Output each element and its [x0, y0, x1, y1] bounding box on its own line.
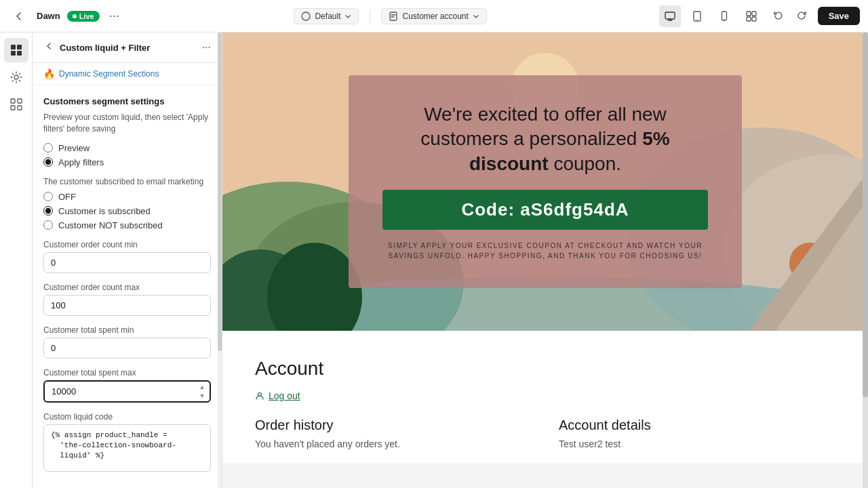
- sidebar-more-button[interactable]: ···: [202, 41, 211, 54]
- radio-not-subscribed[interactable]: Customer NOT subscribed: [43, 220, 211, 230]
- svg-point-0: [302, 12, 310, 20]
- email-section: The customer subscribed to email marketi…: [43, 177, 211, 230]
- radio-apply-label: Apply filters: [58, 157, 104, 167]
- hero-section: We're excited to offer all new customers…: [222, 33, 868, 331]
- radio-apply-input[interactable]: [43, 157, 53, 167]
- icon-bar: [0, 33, 33, 488]
- svg-rect-12: [17, 45, 22, 49]
- svg-rect-7: [747, 12, 751, 16]
- order-count-max-input[interactable]: [43, 295, 211, 316]
- logout-link[interactable]: Log out: [255, 390, 835, 401]
- tablet-view-button[interactable]: [686, 5, 708, 27]
- radio-preview-label: Preview: [58, 143, 90, 153]
- live-label: Live: [79, 12, 94, 20]
- back-button[interactable]: [8, 5, 30, 27]
- page-dropdown[interactable]: Customer account: [381, 8, 486, 24]
- hero-overlay: We're excited to offer all new customers…: [222, 33, 868, 331]
- svg-rect-9: [747, 17, 751, 21]
- radio-off-label: OFF: [58, 192, 76, 202]
- apps-icon[interactable]: [4, 92, 28, 117]
- svg-rect-10: [752, 17, 756, 21]
- radio-not-subscribed-input[interactable]: [43, 220, 53, 230]
- undo-button[interactable]: [768, 5, 789, 27]
- radio-subscribed[interactable]: Customer is subscribed: [43, 206, 211, 216]
- radio-preview-input[interactable]: [43, 143, 53, 152]
- store-name: Dawn: [37, 11, 60, 21]
- sidebar-scroll-thumb: [218, 33, 222, 351]
- custom-view-button[interactable]: [741, 5, 762, 27]
- section-desc: Preview your custom liquid, then select …: [43, 112, 211, 135]
- promo-card: We're excited to offer all new customers…: [349, 75, 742, 288]
- svg-point-6: [724, 18, 724, 19]
- radio-off[interactable]: OFF: [43, 192, 211, 202]
- breadcrumb: 🔥 Dynamic Segment Sections: [33, 63, 222, 85]
- settings-icon[interactable]: [4, 65, 28, 89]
- redo-button[interactable]: [791, 5, 812, 27]
- promo-sub: SIMPLY APPLY YOUR EXCLUSIVE COUPON AT CH…: [382, 241, 708, 261]
- promo-line2: customers a personalized: [420, 128, 637, 149]
- svg-rect-2: [665, 12, 675, 19]
- total-spent-max-label: Customer total spent max: [43, 368, 211, 378]
- total-spent-min-input[interactable]: [43, 338, 211, 359]
- account-details-col: Account details Test user2 test: [559, 418, 835, 449]
- page-name: Customer account: [402, 12, 468, 21]
- svg-rect-13: [11, 51, 16, 56]
- store-more-button[interactable]: ···: [106, 6, 122, 26]
- svg-point-4: [696, 19, 697, 20]
- radio-off-input[interactable]: [43, 192, 53, 201]
- mobile-view-button[interactable]: [713, 5, 735, 27]
- order-count-max-label: Customer order count max: [43, 283, 211, 292]
- order-count-min-group: Customer order count min: [43, 240, 211, 273]
- promo-bold: 5%: [642, 128, 669, 149]
- save-button[interactable]: Save: [818, 7, 860, 25]
- preview-inner: We're excited to offer all new customers…: [222, 33, 868, 463]
- svg-rect-16: [18, 99, 22, 103]
- email-section-title: The customer subscribed to email marketi…: [43, 177, 211, 186]
- order-count-min-label: Customer order count min: [43, 240, 211, 249]
- total-spent-min-label: Customer total spent min: [43, 325, 211, 335]
- custom-liquid-textarea[interactable]: {% assign product_handle = 'the-collecti…: [44, 425, 210, 469]
- spinner-buttons: ▲ ▼: [196, 383, 208, 400]
- order-count-min-input[interactable]: [43, 252, 211, 273]
- theme-dropdown[interactable]: Default: [294, 8, 359, 24]
- account-details-title: Account details: [559, 418, 835, 433]
- radio-subscribed-input[interactable]: [43, 206, 53, 216]
- custom-liquid-label: Custom liquid code: [43, 412, 211, 422]
- sidebar-scrollbar: [218, 33, 222, 488]
- order-history-col: Order history You haven't placed any ord…: [255, 418, 532, 449]
- svg-rect-14: [17, 51, 22, 56]
- account-title: Account: [255, 358, 835, 380]
- promo-line1: We're excited to offer all new: [424, 104, 667, 125]
- promo-end: coupon.: [553, 153, 621, 174]
- preview-options: Preview Apply filters: [43, 143, 211, 167]
- svg-rect-15: [11, 99, 15, 103]
- svg-rect-17: [11, 106, 15, 110]
- sidebar-title: Custom liquid + Filter: [60, 43, 150, 53]
- svg-rect-11: [11, 45, 16, 49]
- sidebar-content: Customers segment settings Preview your …: [33, 85, 222, 488]
- sidebar-back-button[interactable]: [43, 41, 54, 54]
- breadcrumb-text[interactable]: Dynamic Segment Sections: [59, 69, 159, 79]
- order-history-text: You haven't placed any orders yet.: [255, 439, 532, 449]
- order-history-title: Order history: [255, 418, 532, 433]
- desktop-view-button[interactable]: [659, 5, 681, 27]
- total-spent-max-group: Customer total spent max ▲ ▼: [43, 368, 211, 403]
- preview-scrollbar[interactable]: [863, 33, 868, 488]
- sections-icon[interactable]: [4, 38, 28, 62]
- total-spent-max-input[interactable]: [43, 380, 211, 403]
- total-spent-min-group: Customer total spent min: [43, 325, 211, 359]
- coupon-box: Code: aS6dfg54dA: [382, 190, 708, 230]
- radio-not-subscribed-label: Customer NOT subscribed: [58, 220, 163, 230]
- spinner-up-button[interactable]: ▲: [196, 383, 208, 391]
- theme-name: Default: [315, 12, 340, 21]
- sidebar: Custom liquid + Filter ··· 🔥 Dynamic Seg…: [33, 33, 222, 488]
- undo-redo-group: [768, 5, 812, 27]
- live-dot: [73, 14, 77, 18]
- radio-apply[interactable]: Apply filters: [43, 157, 211, 167]
- order-count-max-group: Customer order count max: [43, 283, 211, 316]
- spinner-down-button[interactable]: ▼: [196, 392, 208, 400]
- account-grid: Order history You haven't placed any ord…: [255, 418, 835, 449]
- svg-rect-18: [18, 106, 22, 110]
- preview-scroll-thumb: [863, 33, 868, 397]
- radio-preview[interactable]: Preview: [43, 143, 211, 153]
